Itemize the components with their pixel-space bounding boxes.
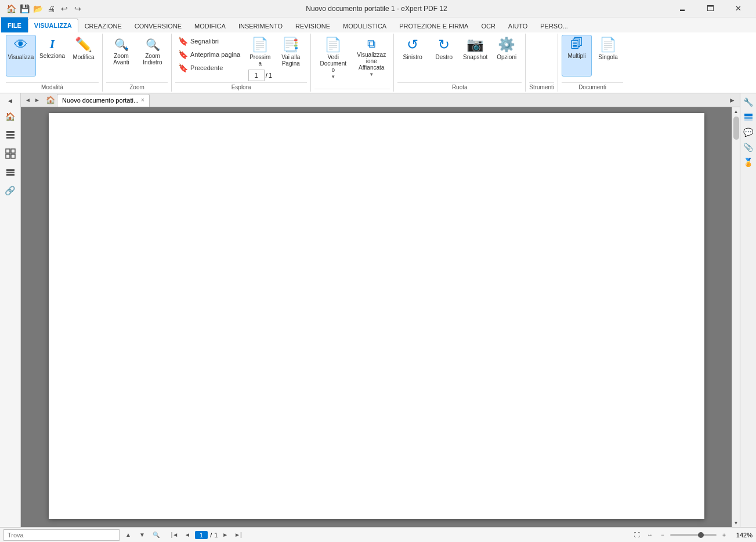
tab-perso[interactable]: PERSO...	[534, 19, 574, 32]
opzioni-icon: ⚙️	[498, 38, 515, 52]
zoom-slider-thumb[interactable]	[698, 532, 704, 538]
ribbon: 👁 Visualizza I Seleziona ✏️ Modifica Mod…	[0, 32, 756, 93]
minimize-button[interactable]: 🗕	[669, 0, 696, 17]
search-icon[interactable]: 🔍	[151, 530, 161, 540]
page-input[interactable]	[248, 70, 265, 81]
page-input-wrapper: / 1	[248, 70, 272, 81]
search-nav-down[interactable]: ▼	[137, 530, 147, 540]
tab-ocr[interactable]: OCR	[475, 19, 501, 32]
search-nav-up[interactable]: ▲	[123, 530, 133, 540]
multipli-button[interactable]: 🗐 Multipli	[562, 35, 592, 77]
esplora-label: Esplora	[175, 82, 307, 92]
destro-icon: ↻	[438, 38, 450, 52]
tab-file[interactable]: FILE	[1, 17, 28, 32]
svg-rect-4	[11, 149, 15, 153]
zoom-avanti-button[interactable]: 🔍+ Zoom Avanti	[106, 35, 136, 77]
tab-nav-next[interactable]: ►	[32, 96, 42, 105]
seleziona-button[interactable]: I Seleziona	[37, 35, 67, 77]
anteprima-pagina-item[interactable]: 🔖 Anteprima pagina	[175, 48, 243, 61]
sidebar-links-icon[interactable]: 🔗	[2, 183, 19, 199]
prossima-button[interactable]: 📄 Prossima	[247, 35, 273, 68]
doc-tab-active[interactable]: Nuovo documento portati... ×	[57, 94, 150, 107]
vertical-scrollbar[interactable]: ▲ ▼	[732, 107, 740, 527]
fit-width-btn[interactable]: ↔	[645, 530, 655, 540]
close-button[interactable]: ✕	[725, 0, 751, 17]
vedi-documento-label: Vedi Documento	[319, 54, 348, 73]
vai-pagina-icon: 📑	[282, 38, 299, 52]
snapshot-button[interactable]: 📷 Snapshot	[460, 35, 490, 77]
svg-rect-9	[6, 174, 15, 176]
scroll-up-btn[interactable]: ▲	[732, 107, 740, 115]
tab-protezione[interactable]: PROTEZIONE E FIRMA	[393, 19, 475, 32]
precedente-item[interactable]: 🔖 Precedente	[175, 61, 243, 74]
first-page-btn[interactable]: |◄	[169, 530, 180, 540]
right-tool-attach[interactable]: 📎	[742, 141, 755, 154]
maximize-button[interactable]: 🗖	[697, 0, 724, 17]
doc-tab-home-icon[interactable]: 🏠	[44, 94, 57, 107]
tab-revisione[interactable]: REVISIONE	[289, 19, 337, 32]
tab-creazione[interactable]: CREAZIONE	[78, 19, 128, 32]
zoom-slider[interactable]	[670, 534, 717, 536]
seleziona-icon: I	[50, 38, 55, 50]
modifica-icon: ✏️	[75, 38, 92, 52]
save-icon[interactable]: 💾	[18, 2, 31, 15]
tab-modulistica[interactable]: MODULISTICA	[337, 19, 393, 32]
sinistro-button[interactable]: ↺ Sinistro	[397, 35, 428, 77]
visualizza-button[interactable]: 👁 Visualizza	[6, 35, 36, 77]
prossima-label: Prossima	[248, 54, 272, 67]
scroll-thumb[interactable]	[733, 117, 739, 140]
doc-tab-nav: ◄ ►	[21, 96, 44, 105]
zoom-indietro-button[interactable]: 🔍- Zoom Indietro	[138, 35, 168, 77]
window-title: Nuovo documento portatile 1 - eXpert PDF…	[84, 5, 669, 13]
vai-pagina-button[interactable]: 📑 Vai alla Pagina	[274, 35, 307, 77]
search-input[interactable]	[3, 529, 120, 541]
print-icon[interactable]: 🖨	[45, 2, 57, 15]
prev-page-btn[interactable]: ◄	[182, 530, 193, 540]
sidebar-thumbnails-icon[interactable]	[2, 145, 19, 162]
open-icon[interactable]: 📂	[31, 2, 44, 15]
vedi-documento-button[interactable]: 📄 Vedi Documento ▼	[314, 35, 352, 81]
right-tool-comments[interactable]: 💬	[742, 126, 755, 139]
fit-page-btn[interactable]: ⛶	[632, 530, 642, 540]
segnalibri-item[interactable]: 🔖 Segnalibri	[175, 35, 243, 48]
visualizzazione-affiancata-button[interactable]: ⧉ Visualizzazione Affiancata ▼	[353, 35, 390, 79]
doc-tab-close[interactable]: ×	[141, 97, 144, 103]
tab-bar-collapse[interactable]: ►	[727, 95, 737, 106]
documenti-label: Documenti	[562, 82, 623, 92]
right-tool-wrench[interactable]: 🔧	[742, 96, 755, 108]
next-page-btn[interactable]: ►	[220, 530, 230, 540]
undo-icon[interactable]: ↩	[58, 2, 71, 15]
right-tool-cert[interactable]: 🏅	[742, 156, 755, 169]
modifica-button[interactable]: ✏️ Modifica	[68, 35, 99, 77]
precedente-icon: 🔖	[178, 63, 188, 72]
tab-modifica[interactable]: MODIFICA	[188, 19, 232, 32]
zoom-in-btn[interactable]: ＋	[719, 530, 729, 540]
tab-nav-prev[interactable]: ◄	[23, 96, 32, 105]
last-page-btn[interactable]: ►|	[233, 530, 243, 540]
page-total: 1	[214, 532, 218, 539]
sidebar-page-view-icon[interactable]	[2, 127, 19, 143]
document-area: ◄ ► 🏠 Nuovo documento portati... × ► ▲ ▼	[21, 93, 740, 527]
sidebar-collapse-btn[interactable]: ◄	[5, 96, 16, 106]
svg-rect-6	[11, 154, 15, 158]
home-icon[interactable]: 🏠	[5, 2, 17, 15]
tab-inserimento[interactable]: INSERIMENTO	[232, 19, 289, 32]
scroll-down-btn[interactable]: ▼	[732, 519, 740, 527]
right-tool-tabs[interactable]	[742, 111, 755, 123]
opzioni-button[interactable]: ⚙️ Opzioni	[491, 35, 522, 77]
sidebar-home-icon[interactable]: 🏠	[2, 108, 19, 125]
zoom-out-btn[interactable]: －	[657, 530, 668, 540]
destro-button[interactable]: ↻ Destro	[429, 35, 459, 77]
scroll-track[interactable]	[732, 115, 740, 519]
singola-button[interactable]: 📄 Singola	[593, 35, 623, 77]
ribbon-group-modalita-content: 👁 Visualizza I Seleziona ✏️ Modifica	[6, 34, 99, 82]
seleziona-label: Seleziona	[39, 53, 65, 59]
svg-rect-10	[744, 114, 753, 116]
svg-rect-7	[6, 169, 15, 171]
tab-aiuto[interactable]: AIUTO	[502, 19, 534, 32]
tab-conversione[interactable]: CONVERSIONE	[128, 19, 188, 32]
sidebar-layers-icon[interactable]	[2, 164, 19, 180]
redo-icon[interactable]: ↪	[71, 2, 84, 15]
tab-visualizza[interactable]: VISUALIZZA	[28, 19, 78, 32]
page-sep: /	[210, 532, 212, 539]
